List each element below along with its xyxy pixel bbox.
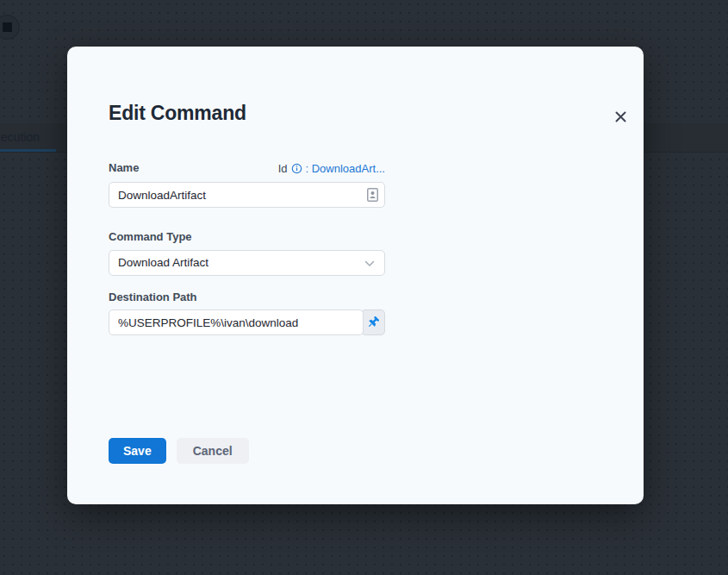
command-type-value: Download Artifact — [109, 251, 384, 275]
edit-command-modal: Edit Command Name Id : DownloadArt... — [67, 47, 644, 504]
name-input[interactable] — [109, 182, 385, 208]
destination-path-label: Destination Path — [109, 291, 644, 304]
tab-execution-label: ecution — [1, 130, 40, 144]
tab-execution[interactable]: ecution — [1, 123, 40, 150]
close-button[interactable] — [609, 107, 632, 129]
variable-picker-button[interactable] — [361, 309, 385, 335]
id-label: Id — [278, 162, 288, 175]
autofill-contact-icon[interactable] — [367, 188, 378, 202]
id-value-link[interactable]: : DownloadArt... — [306, 162, 386, 175]
chevron-down-icon — [364, 260, 375, 267]
command-type-select[interactable]: Download Artifact — [109, 250, 385, 276]
page-title: Edit Command — [109, 100, 644, 126]
info-icon[interactable] — [291, 163, 302, 174]
destination-path-group — [109, 309, 385, 335]
canvas-node-button[interactable] — [0, 15, 20, 40]
id-cluster: Id : DownloadArt... — [278, 162, 385, 175]
close-icon — [614, 110, 627, 126]
active-tab-underline — [0, 149, 56, 152]
destination-path-input[interactable] — [109, 309, 364, 335]
name-label: Name — [109, 161, 139, 175]
command-type-label: Command Type — [109, 230, 644, 244]
stop-icon — [3, 22, 12, 32]
save-button[interactable]: Save — [109, 438, 166, 464]
cancel-button[interactable]: Cancel — [177, 438, 249, 464]
pushpin-icon — [366, 316, 380, 329]
